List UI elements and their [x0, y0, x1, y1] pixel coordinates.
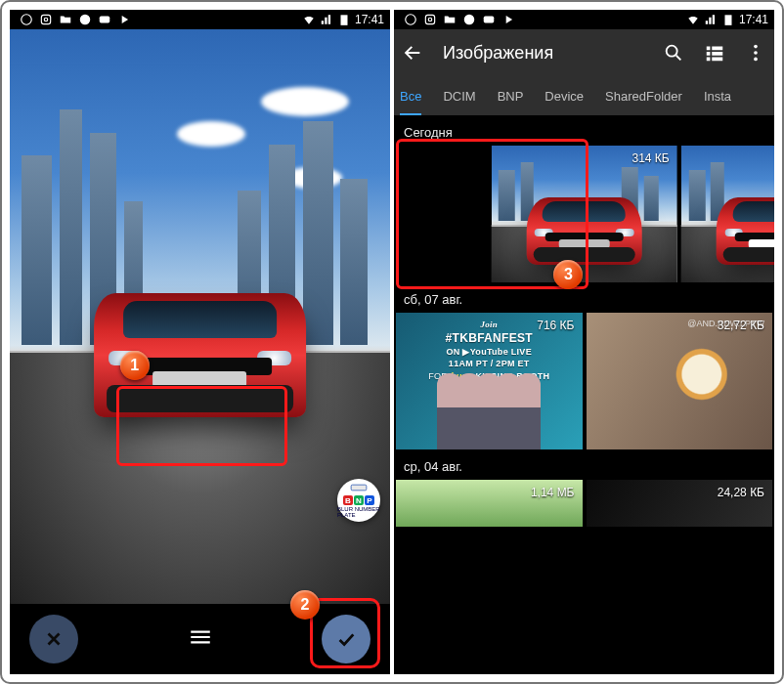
editor-canvas[interactable]: BNP BLUR NUMBER PLATE 1	[10, 29, 390, 604]
folder-icon	[443, 13, 457, 26]
battery-icon	[337, 13, 351, 26]
svg-point-2	[44, 18, 48, 21]
play-icon	[501, 13, 515, 26]
tab-device[interactable]: Device	[544, 89, 584, 104]
svg-rect-4	[100, 17, 110, 23]
status-bar: 17:41	[10, 10, 390, 29]
phone-gallery: 17:41 Изображения Все DCIM BNP Device Sh…	[394, 10, 774, 674]
tab-bnp[interactable]: BNP	[498, 89, 524, 104]
section-aug04: ср, 04 авг.	[394, 449, 774, 480]
svg-rect-6	[351, 485, 367, 491]
svg-point-0	[22, 15, 32, 25]
tab-dcim[interactable]: DCIM	[443, 89, 475, 104]
thumb-output[interactable]: 314 КБ	[491, 146, 677, 282]
car-image	[94, 293, 307, 416]
tutorial-frame: 17:41	[0, 0, 784, 684]
battery-icon	[721, 13, 735, 26]
thumb-size: 716 КБ	[537, 319, 574, 332]
svg-rect-11	[484, 17, 495, 23]
tab-shared[interactable]: SharedFolder	[605, 89, 682, 104]
phone-editor: 17:41	[10, 10, 390, 674]
thumb-cut1[interactable]: 1,14 МБ	[396, 480, 583, 527]
instagram-icon	[423, 13, 437, 26]
view-toggle-icon[interactable]	[704, 42, 725, 64]
opera-icon	[404, 13, 417, 26]
shazam-icon	[78, 13, 92, 26]
thumb-size: 1,14 МБ	[531, 486, 575, 499]
back-icon[interactable]	[402, 42, 423, 64]
svg-point-13	[667, 46, 677, 57]
thumb-original[interactable]: 1,75 МБ	[681, 146, 774, 282]
cancel-button[interactable]	[29, 615, 78, 663]
svg-point-15	[754, 51, 758, 55]
thumb-flower[interactable]: @AND.REW.LPTW 32,72 КБ	[587, 313, 773, 449]
status-bar: 17:41	[394, 10, 774, 29]
folder-icon	[59, 13, 72, 26]
svg-point-16	[754, 58, 758, 62]
signal-icon	[320, 13, 333, 26]
gallery-tabs: Все DCIM BNP Device SharedFolder Insta	[394, 76, 774, 115]
overflow-icon[interactable]	[745, 42, 766, 64]
thumb-size: 314 КБ	[632, 151, 670, 165]
wifi-icon	[302, 13, 316, 26]
section-today: Сегодня	[394, 115, 774, 146]
search-icon[interactable]	[663, 42, 684, 64]
tab-all[interactable]: Все	[400, 89, 421, 115]
gallery-title: Изображения	[443, 43, 643, 64]
confirm-button[interactable]	[322, 615, 370, 663]
wifi-icon	[686, 13, 700, 26]
shazam-icon	[462, 13, 476, 26]
section-aug07: сб, 07 авг.	[394, 282, 774, 313]
tab-insta[interactable]: Insta	[704, 89, 731, 104]
svg-point-14	[754, 45, 758, 49]
svg-point-9	[428, 18, 432, 21]
play-icon	[117, 13, 131, 26]
svg-rect-1	[41, 15, 50, 23]
thumb-fanfest[interactable]: Join #TKBFANFEST ON ▶YouTube LIVE 11AM P…	[396, 313, 583, 449]
thumb-size: 24,28 КБ	[718, 486, 764, 499]
signal-icon	[704, 13, 718, 26]
youtube-icon	[482, 13, 496, 26]
instagram-icon	[39, 13, 53, 26]
svg-rect-12	[724, 15, 731, 24]
svg-rect-5	[340, 15, 347, 24]
svg-point-7	[406, 15, 416, 25]
thumb-cut2[interactable]: 24,28 КБ	[587, 480, 773, 527]
svg-point-3	[80, 15, 91, 25]
gallery-toolbar: Изображения	[394, 29, 774, 76]
youtube-icon	[98, 13, 111, 26]
thumb-size: 32,72 КБ	[718, 319, 764, 332]
svg-rect-8	[425, 15, 434, 23]
editor-bottom-bar	[10, 604, 390, 674]
menu-button[interactable]	[188, 624, 213, 654]
status-time: 17:41	[355, 13, 384, 26]
svg-point-10	[464, 15, 475, 25]
opera-icon	[20, 13, 33, 26]
status-time: 17:41	[739, 13, 768, 26]
bnp-watermark: BNP BLUR NUMBER PLATE	[337, 479, 380, 522]
